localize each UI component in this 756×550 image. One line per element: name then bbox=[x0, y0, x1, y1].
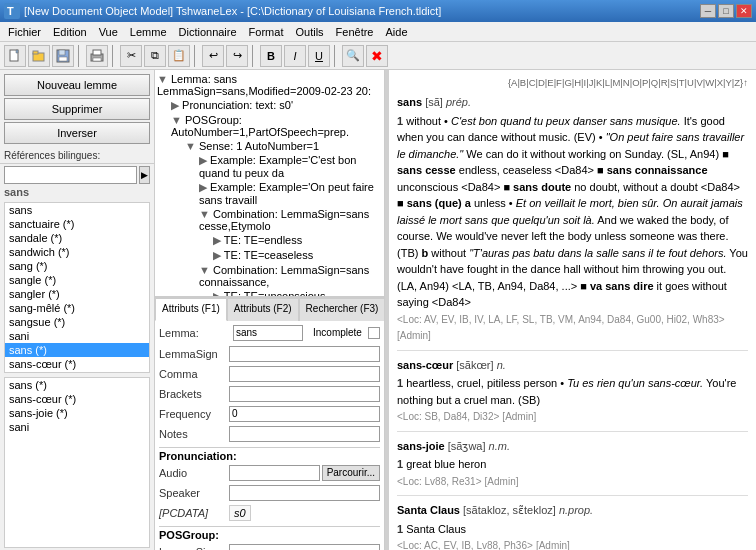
phrase: sans (que) bbox=[407, 197, 462, 209]
menu-edition[interactable]: Edition bbox=[47, 24, 93, 40]
frequency-label: Frequency bbox=[159, 408, 229, 420]
sense-number: 1 bbox=[397, 115, 403, 127]
lemma-input[interactable] bbox=[233, 325, 303, 341]
entry-sans-coeur: sans-cœur [sãkœr] n. 1 heartless, cruel,… bbox=[397, 357, 748, 425]
entry-pronunciation: [sãtakloz, sɛ̃tekloz] bbox=[463, 504, 559, 516]
audio-input[interactable] bbox=[229, 465, 320, 481]
new-button[interactable] bbox=[4, 45, 26, 67]
undo-button[interactable]: ↩ bbox=[202, 45, 224, 67]
tree-node[interactable]: ▼ Sense: 1 AutoNumber=1 bbox=[157, 139, 382, 153]
speaker-input[interactable] bbox=[229, 485, 380, 501]
ref-input[interactable] bbox=[4, 166, 137, 184]
list-item[interactable]: sang-mêlé (*) bbox=[5, 301, 149, 315]
tree-node[interactable]: ▼ POSGroup: AutoNumber=1,PartOfSpeech=pr… bbox=[157, 113, 382, 139]
speaker-label: Speaker bbox=[159, 487, 229, 499]
tree-node[interactable]: ▶ TE: TE=ceaseless bbox=[157, 248, 382, 263]
list-item[interactable]: sandale (*) bbox=[5, 231, 149, 245]
tree-node[interactable]: ▼ Combination: LemmaSign=sans cesse,Etym… bbox=[157, 207, 382, 233]
list-item[interactable]: sandwich (*) bbox=[5, 245, 149, 259]
menu-lemme[interactable]: Lemme bbox=[124, 24, 173, 40]
ref-go-button[interactable]: ▶ bbox=[139, 166, 150, 184]
notes-row: Notes bbox=[159, 425, 380, 443]
print-button[interactable] bbox=[86, 45, 108, 67]
notes-input[interactable] bbox=[229, 426, 380, 442]
frequency-input[interactable] bbox=[229, 406, 380, 422]
tree-node-label: TE: TE=endless bbox=[224, 234, 302, 246]
menu-fenetre[interactable]: Fenêtre bbox=[330, 24, 380, 40]
sense-number: 1 bbox=[397, 458, 403, 470]
tree-area[interactable]: ▼ Lemma: sans LemmaSign=sans,Modified=20… bbox=[155, 70, 384, 297]
menu-vue[interactable]: Vue bbox=[93, 24, 124, 40]
list-item[interactable]: sans-cœur (*) bbox=[5, 357, 149, 371]
tree-node[interactable]: ▼ Lemma: sans LemmaSign=sans,Modified=20… bbox=[157, 72, 382, 98]
svg-rect-6 bbox=[59, 50, 65, 55]
incomplete-checkbox[interactable] bbox=[368, 327, 380, 339]
browse-button[interactable]: Parcourir... bbox=[322, 465, 380, 481]
underline-button[interactable]: U bbox=[308, 45, 330, 67]
minimize-button[interactable]: ─ bbox=[700, 4, 716, 18]
entry-definition: 1 Santa Claus <Loc: AC, EV, IB, Lv88, Ph… bbox=[397, 521, 748, 550]
tab-attributes-f1[interactable]: Attributs (F1) bbox=[155, 298, 227, 321]
supprimer-button[interactable]: Supprimer bbox=[4, 98, 150, 120]
italic-button[interactable]: I bbox=[284, 45, 306, 67]
word-list-top[interactable]: sans sanctuaire (*) sandale (*) sandwich… bbox=[4, 202, 150, 373]
close-button[interactable]: ✕ bbox=[736, 4, 752, 18]
window-controls[interactable]: ─ □ ✕ bbox=[700, 4, 752, 18]
tree-node[interactable]: ▶ Example: Example='C'est bon quand tu p… bbox=[157, 153, 382, 180]
frequency-row: Frequency bbox=[159, 405, 380, 423]
redo-button[interactable]: ↪ bbox=[226, 45, 248, 67]
search-button[interactable]: 🔍 bbox=[342, 45, 364, 67]
list-item[interactable]: sangle (*) bbox=[5, 273, 149, 287]
bold-button[interactable]: B bbox=[260, 45, 282, 67]
entry-pos: n.m. bbox=[489, 440, 510, 452]
tab-search-f3[interactable]: Rechercher (F3) bbox=[299, 298, 386, 321]
svg-rect-4 bbox=[33, 51, 38, 54]
inverser-button[interactable]: Inverser bbox=[4, 122, 150, 144]
new-lemme-button[interactable]: Nouveau lemme bbox=[4, 74, 150, 96]
list-item[interactable]: sani bbox=[5, 329, 149, 343]
pronunciation-section: Pronunciation: Audio Parcourir... Speake… bbox=[159, 447, 380, 522]
list-item[interactable]: sangler (*) bbox=[5, 287, 149, 301]
list-item[interactable]: sans (*) bbox=[5, 378, 149, 392]
entry-divider bbox=[397, 431, 748, 432]
list-item[interactable]: sangsue (*) bbox=[5, 315, 149, 329]
list-item[interactable]: sans-cœur (*) bbox=[5, 392, 149, 406]
entry-definition: 1 heartless, cruel, pitiless person • Tu… bbox=[397, 375, 748, 425]
menu-aide[interactable]: Aide bbox=[380, 24, 414, 40]
tree-node[interactable]: ▶ TE: TE=endless bbox=[157, 233, 382, 248]
menu-outils[interactable]: Outils bbox=[289, 24, 329, 40]
save-button[interactable] bbox=[52, 45, 74, 67]
open-button[interactable] bbox=[28, 45, 50, 67]
tree-node[interactable]: ▶ TE: TE=unconscious bbox=[157, 289, 382, 297]
list-item[interactable]: sang (*) bbox=[5, 259, 149, 273]
maximize-button[interactable]: □ bbox=[718, 4, 734, 18]
paste-button[interactable]: 📋 bbox=[168, 45, 190, 67]
tree-node[interactable]: ▶ Example: Example='On peut faire sans t… bbox=[157, 180, 382, 207]
lemma-incomplete-row: Lemma: Incomplete bbox=[159, 325, 380, 341]
list-item[interactable]: sans bbox=[5, 203, 149, 217]
phrase: va sans dire bbox=[590, 280, 654, 292]
window-title: [New Document Object Model] TshwaneLex -… bbox=[24, 5, 700, 17]
list-item[interactable]: sans-joie (*) bbox=[5, 406, 149, 420]
tree-node[interactable]: ▶ Pronunciation: text: s0' bbox=[157, 98, 382, 113]
menu-dictionnaire[interactable]: Dictionnaire bbox=[173, 24, 243, 40]
copy-button[interactable]: ⧉ bbox=[144, 45, 166, 67]
brackets-input[interactable] bbox=[229, 386, 380, 402]
delete-button[interactable]: ✖ bbox=[366, 45, 388, 67]
tab-attributes-f2[interactable]: Attributs (F2) bbox=[227, 298, 299, 321]
lemmasign-input[interactable] bbox=[229, 346, 380, 362]
list-item[interactable]: sanctuaire (*) bbox=[5, 217, 149, 231]
menu-format[interactable]: Format bbox=[243, 24, 290, 40]
list-item-selected[interactable]: sans (*) bbox=[5, 343, 149, 357]
phrase: sans connaissance bbox=[607, 164, 708, 176]
tree-node[interactable]: ▼ Combination: LemmaSign=sans connaissan… bbox=[157, 263, 382, 289]
list-item[interactable]: sani bbox=[5, 420, 149, 434]
word-list-bottom[interactable]: sans (*) sans-cœur (*) sans-joie (*) san… bbox=[4, 377, 150, 548]
comma-input[interactable] bbox=[229, 366, 380, 382]
cut-button[interactable]: ✂ bbox=[120, 45, 142, 67]
menu-fichier[interactable]: Fichier bbox=[2, 24, 47, 40]
entry-pronunciation: [sãkœr] bbox=[456, 359, 496, 371]
separator-3 bbox=[194, 45, 198, 67]
list-item[interactable]: sans-joie (*) bbox=[5, 371, 149, 373]
posgroup-lemmasign-input[interactable] bbox=[229, 544, 380, 551]
